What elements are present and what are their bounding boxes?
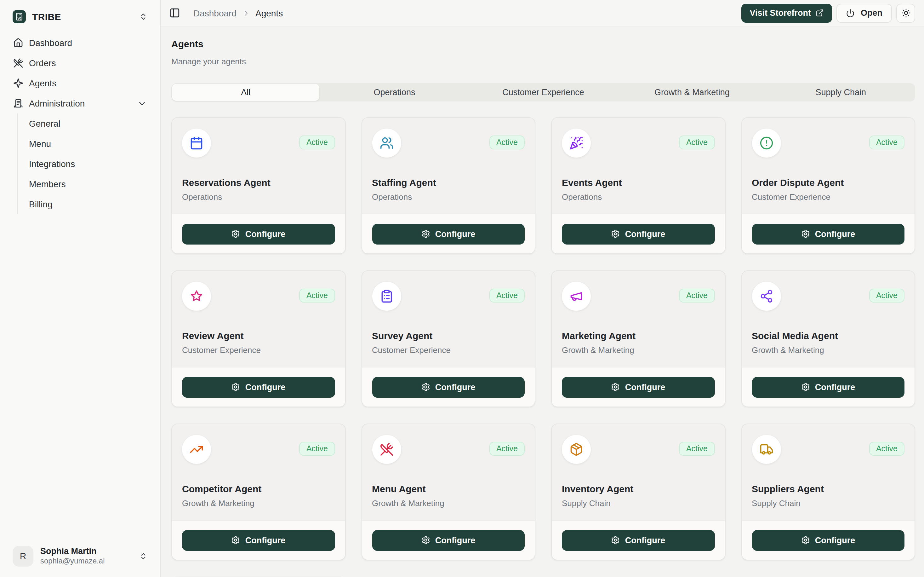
configure-label: Configure [815,382,855,392]
agent-name: Marketing Agent [562,330,715,342]
configure-button[interactable]: Configure [562,377,715,397]
breadcrumb-dashboard[interactable]: Dashboard [193,8,236,18]
tab-customer-experience[interactable]: Customer Experience [469,83,617,102]
configure-button[interactable]: Configure [562,223,715,244]
configure-label: Configure [625,382,665,392]
utensils-crossed-icon [379,442,393,456]
category-tabs: All Operations Customer Experience Growt… [171,83,915,102]
agent-category: Growth & Marketing [372,498,525,509]
theme-toggle-button[interactable] [896,3,915,23]
sidebar-subitem-menu[interactable]: Menu [18,134,153,154]
sidebar-subitem-billing[interactable]: Billing [18,194,153,214]
sidebar-item-orders[interactable]: Orders [8,53,153,73]
users-icon [379,136,393,150]
user-name: Sophia Martin [40,546,104,556]
agent-card: Active Order Dispute Agent Customer Expe… [741,117,915,254]
main-area: Dashboard Agents Visit Storefront Open [161,0,924,577]
tab-growth-marketing[interactable]: Growth & Marketing [617,83,766,102]
party-popper-icon [569,136,583,150]
status-badge: Active [489,135,525,149]
agent-category: Operations [562,192,715,202]
circle-alert-icon [759,136,773,150]
agent-icon-circle [372,435,401,464]
sidebar-item-agents[interactable]: Agents [8,73,153,93]
open-button[interactable]: Open [837,3,892,23]
agent-card: Active Competitor Agent Growth & Marketi… [171,424,345,560]
tab-supply-chain[interactable]: Supply Chain [767,83,915,102]
sidebar-nav: Dashboard Orders Agents Administration G… [0,33,160,542]
configure-label: Configure [625,229,665,239]
agents-grid: Active Reservations Agent Operations Con… [171,117,915,577]
agent-category: Growth & Marketing [752,345,905,355]
agent-name: Competitor Agent [182,483,335,495]
agent-category: Growth & Marketing [562,345,715,355]
agent-card: Active Staffing Agent Operations Configu… [361,117,535,254]
agent-card-bottom: Configure [362,367,535,406]
sun-icon [901,8,910,18]
agent-card-bottom: Configure [172,520,345,560]
gear-icon [611,536,620,545]
sidebar-toggle-button[interactable] [169,8,180,18]
agent-card-bottom: Configure [742,367,914,406]
workspace-switcher[interactable]: TRIBE [8,6,153,27]
agent-icon-circle [562,129,591,158]
chevron-down-icon [137,98,147,108]
configure-button[interactable]: Configure [562,530,715,551]
agent-card: Active Suppliers Agent Supply Chain Conf… [741,424,915,560]
configure-label: Configure [245,229,286,239]
configure-button[interactable]: Configure [182,223,335,244]
configure-button[interactable]: Configure [752,377,905,397]
agent-card-bottom: Configure [552,520,725,560]
administration-submenu: General Menu Integrations Members Billin… [17,113,153,214]
configure-button[interactable]: Configure [372,223,525,244]
agent-card-bottom: Configure [172,367,345,406]
status-badge: Active [299,442,335,456]
agent-card-top: Active Order Dispute Agent Customer Expe… [742,118,914,214]
configure-button[interactable]: Configure [752,530,905,551]
content: Agents Manage your agents All Operations… [161,26,924,577]
configure-button[interactable]: Configure [372,377,525,397]
package-icon [569,442,583,456]
visit-storefront-button[interactable]: Visit Storefront [741,3,832,23]
chevrons-up-down-icon[interactable] [139,13,147,21]
trending-up-icon [190,442,203,456]
status-badge: Active [489,288,525,303]
gear-icon [421,536,430,545]
agent-category: Operations [182,192,335,202]
status-badge: Active [869,135,905,149]
tab-all[interactable]: All [172,84,319,101]
app-window: TRIBE Dashboard Orders Agents Administra… [0,0,924,577]
sidebar-subitem-members[interactable]: Members [18,174,153,194]
agent-name: Staffing Agent [372,176,525,189]
agent-card-bottom: Configure [742,214,914,253]
agent-card-top: Active Marketing Agent Growth & Marketin… [552,271,725,367]
configure-button[interactable]: Configure [372,530,525,551]
configure-button[interactable]: Configure [182,530,335,551]
agent-category: Customer Experience [752,192,905,202]
house-icon [13,38,23,48]
external-link-icon [816,9,824,17]
gear-icon [421,229,430,238]
gear-icon [801,382,810,392]
sidebar-subitem-general[interactable]: General [18,113,153,134]
status-badge: Active [679,442,715,456]
agent-card-top: Active Reservations Agent Operations [172,118,345,214]
user-menu[interactable]: R Sophia Martin sophia@yumaze.ai [8,542,153,569]
truck-icon [759,442,773,456]
agent-icon-circle [562,435,591,464]
sidebar-subitem-integrations[interactable]: Integrations [18,154,153,174]
gear-icon [421,382,430,392]
brand-name: TRIBE [32,11,61,22]
sidebar-item-dashboard[interactable]: Dashboard [8,33,153,53]
configure-button[interactable]: Configure [182,377,335,397]
status-badge: Active [299,288,335,303]
tab-operations[interactable]: Operations [320,83,469,102]
agent-name: Reservations Agent [182,176,335,189]
breadcrumb-agents: Agents [256,8,283,18]
sidebar-item-label: Agents [29,78,56,88]
agent-card-top: Active Suppliers Agent Supply Chain [742,424,914,520]
sidebar-item-administration[interactable]: Administration [8,93,153,113]
status-badge: Active [489,442,525,456]
agent-card-top: Active Inventory Agent Supply Chain [552,424,725,520]
configure-button[interactable]: Configure [752,223,905,244]
